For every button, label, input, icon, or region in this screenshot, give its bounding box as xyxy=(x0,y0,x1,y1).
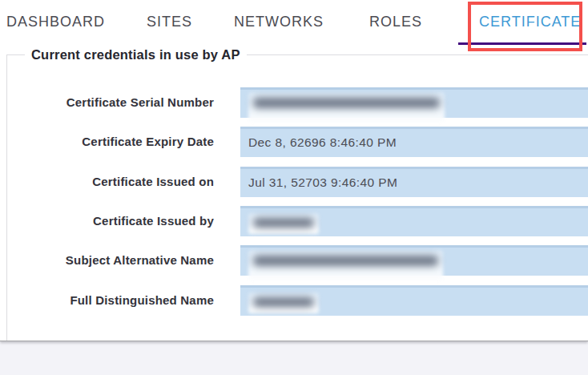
field-label: Subject Alternative Name xyxy=(0,245,214,276)
field-value-full-distinguished-name xyxy=(240,285,588,316)
screen: DASHBOARD SITES NETWORKS ROLES CERTIFICA… xyxy=(0,0,588,375)
tab-certificate[interactable]: CERTIFICATE xyxy=(479,0,581,44)
section-title: Current credentials in use by AP xyxy=(25,47,247,62)
tab-roles[interactable]: ROLES xyxy=(369,0,422,44)
tab-networks[interactable]: NETWORKS xyxy=(234,0,324,44)
field-label: Certificate Expiry Date xyxy=(0,127,214,157)
field-value-certificate-expiry-date: Dec 8, 62696 8:46:40 PM xyxy=(240,127,588,157)
field-row-certificate-expiry-date: Certificate Expiry Date Dec 8, 62696 8:4… xyxy=(0,127,588,157)
field-value-certificate-issued-by xyxy=(240,206,588,236)
field-label: Full Distinguished Name xyxy=(0,285,214,316)
redacted-value xyxy=(248,213,319,234)
field-label: Certificate Issued by xyxy=(0,206,214,236)
field-value-certificate-issued-on: Jul 31, 52703 9:46:40 PM xyxy=(240,167,588,197)
field-value-text: Jul 31, 52703 9:46:40 PM xyxy=(240,169,588,196)
field-row-subject-alternative-name: Subject Alternative Name xyxy=(0,245,588,276)
tab-dashboard[interactable]: DASHBOARD xyxy=(6,0,105,44)
tab-sites[interactable]: SITES xyxy=(147,0,192,44)
field-row-full-distinguished-name: Full Distinguished Name xyxy=(0,285,588,316)
redacted-value xyxy=(248,292,319,313)
field-row-certificate-issued-on: Certificate Issued on Jul 31, 52703 9:46… xyxy=(0,167,588,197)
field-value-subject-alternative-name xyxy=(240,245,588,276)
field-row-certificate-serial-number: Certificate Serial Number xyxy=(0,87,588,118)
redacted-value xyxy=(248,250,443,282)
redacted-value xyxy=(248,92,445,124)
field-row-certificate-issued-by: Certificate Issued by xyxy=(0,206,588,236)
field-label: Certificate Serial Number xyxy=(0,87,214,118)
field-value-text: Dec 8, 62696 8:46:40 PM xyxy=(240,129,588,155)
field-label: Certificate Issued on xyxy=(0,167,214,197)
content-panel: DASHBOARD SITES NETWORKS ROLES CERTIFICA… xyxy=(0,0,588,341)
active-tab-underline xyxy=(458,42,586,45)
field-value-certificate-serial-number xyxy=(240,87,588,118)
